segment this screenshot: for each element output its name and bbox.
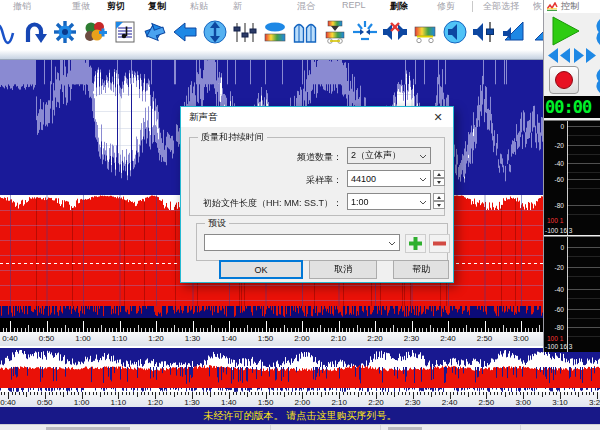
tick bbox=[534, 392, 535, 395]
time-label: 2:50 bbox=[472, 398, 500, 407]
time-label: 1:10 bbox=[106, 334, 134, 343]
channels-select[interactable]: 2（立体声） bbox=[347, 147, 431, 164]
length-spinner[interactable] bbox=[433, 193, 445, 210]
restore-button-label[interactable]: 恢 bbox=[533, 0, 543, 13]
help-button[interactable]: 帮助 bbox=[393, 260, 449, 279]
tick bbox=[343, 392, 344, 395]
tick bbox=[218, 392, 219, 395]
ok-button[interactable]: OK bbox=[219, 260, 303, 279]
doors-icon[interactable] bbox=[291, 18, 318, 46]
tick bbox=[67, 392, 68, 395]
speaker-fader-icon[interactable] bbox=[471, 18, 498, 46]
tick bbox=[549, 392, 550, 395]
tick bbox=[49, 392, 50, 395]
sine-wave-icon[interactable] bbox=[0, 18, 18, 46]
undo-curve-icon[interactable] bbox=[21, 18, 48, 46]
length-input[interactable]: 1:00 bbox=[347, 193, 431, 210]
main-time-ruler[interactable]: 0:400:501:001:101:201:301:401:502:002:10… bbox=[0, 332, 543, 346]
speaker-ramp-icon[interactable] bbox=[501, 18, 528, 46]
preset-select[interactable] bbox=[204, 234, 400, 251]
control-window-titlebar[interactable]: 控制 bbox=[544, 0, 600, 13]
sample-rate-input[interactable]: 44100 bbox=[347, 170, 431, 187]
tick bbox=[479, 392, 480, 395]
tick bbox=[567, 309, 600, 310]
time-label: 3:20 bbox=[583, 398, 600, 407]
pinwheel-icon[interactable] bbox=[81, 18, 108, 46]
tick bbox=[586, 392, 587, 395]
meter-peak-label: 100 1 bbox=[547, 335, 563, 342]
play-button[interactable] bbox=[550, 16, 582, 50]
tick bbox=[247, 325, 248, 332]
rainbow-cart-icon[interactable] bbox=[411, 18, 438, 46]
preset-remove-button[interactable] bbox=[429, 234, 450, 253]
tick bbox=[159, 392, 160, 395]
undo-button-label[interactable]: 撤销 bbox=[13, 0, 31, 13]
tick bbox=[589, 392, 590, 395]
record-extra-button[interactable] bbox=[594, 68, 600, 98]
repl-button-label[interactable]: REPL bbox=[342, 0, 366, 10]
mix-button-label[interactable]: 混合 bbox=[297, 0, 315, 13]
tick bbox=[468, 392, 469, 397]
paste-button-label[interactable]: 粘贴 bbox=[190, 0, 208, 13]
select-all-button-label[interactable]: 全部选择 bbox=[483, 0, 519, 13]
gear-icon[interactable] bbox=[51, 18, 78, 46]
document-window-strip bbox=[0, 50, 543, 60]
sample-rate-spinner[interactable] bbox=[433, 170, 445, 187]
rainbow-equalizer-icon[interactable] bbox=[261, 18, 288, 46]
tick bbox=[152, 392, 153, 395]
goldwave-window: 撤销 重做 剪切 复制 粘贴 新 混合 REPL 删除 修剪 全部选择 恢 bbox=[0, 0, 600, 430]
tick bbox=[163, 392, 164, 395]
time-label: 2:10 bbox=[325, 334, 353, 343]
speakers-mute-icon[interactable] bbox=[381, 18, 408, 46]
tick bbox=[273, 392, 274, 395]
tick bbox=[567, 247, 600, 248]
tick bbox=[539, 325, 540, 332]
cut-button-label[interactable]: 剪切 bbox=[107, 0, 125, 13]
control-window-icon bbox=[547, 2, 558, 11]
tick bbox=[350, 392, 351, 395]
redo-button-label[interactable]: 重做 bbox=[72, 0, 90, 13]
tick bbox=[567, 392, 568, 395]
tick bbox=[122, 392, 123, 395]
tick bbox=[115, 392, 116, 395]
loop-play-button[interactable] bbox=[594, 18, 600, 50]
trim-button-label[interactable]: 修剪 bbox=[437, 0, 455, 13]
tick bbox=[229, 321, 230, 332]
copy-button-label[interactable]: 复制 bbox=[148, 0, 166, 13]
swap-arrows-icon[interactable] bbox=[141, 18, 168, 46]
tick bbox=[1, 392, 2, 395]
fast-forward-button[interactable] bbox=[572, 47, 598, 68]
chevron-down-icon bbox=[419, 200, 427, 205]
tick bbox=[129, 392, 130, 395]
new-sound-dialog: 新声音 ✕ 质量和持续时间 频道数量： 2（立体声） 采样率： 44100 初始… bbox=[180, 106, 454, 283]
close-icon[interactable]: ✕ bbox=[430, 109, 446, 125]
main-ruler-ticks[interactable] bbox=[0, 318, 543, 332]
delete-button-label[interactable]: 删除 bbox=[390, 0, 408, 13]
overview-waveform[interactable] bbox=[0, 346, 600, 392]
tick bbox=[30, 392, 31, 395]
tick bbox=[302, 321, 303, 332]
tick bbox=[466, 325, 467, 332]
updown-circle-icon[interactable] bbox=[201, 18, 228, 46]
pinch-icon[interactable] bbox=[351, 18, 378, 46]
license-banner[interactable]: 未经许可的版本。 请点击这里购买序列号。 bbox=[0, 407, 600, 424]
speaker-partial-icon[interactable] bbox=[531, 18, 543, 46]
license-text[interactable]: 未经许可的版本。 请点击这里购买序列号。 bbox=[204, 409, 397, 423]
tick bbox=[310, 392, 311, 395]
tick bbox=[74, 392, 75, 395]
rewind-button[interactable] bbox=[546, 47, 572, 68]
overview-time-ruler[interactable]: 0:400:501:001:101:201:301:401:502:002:10… bbox=[0, 392, 600, 407]
tick bbox=[393, 325, 394, 332]
cancel-button[interactable]: 取消 bbox=[309, 260, 377, 279]
press-machine-icon[interactable] bbox=[321, 18, 348, 46]
tick bbox=[181, 392, 182, 395]
record-button[interactable] bbox=[549, 66, 579, 94]
sample-rate-label: 采样率： bbox=[192, 174, 342, 187]
dialog-titlebar[interactable]: 新声音 ✕ bbox=[181, 107, 453, 127]
new-button-label[interactable]: 新 bbox=[233, 0, 242, 13]
speaker-volume-icon[interactable] bbox=[441, 18, 468, 46]
sliders-icon[interactable] bbox=[231, 18, 258, 46]
left-arrow-icon[interactable] bbox=[171, 18, 198, 46]
sheet-music-icon[interactable] bbox=[111, 18, 138, 46]
preset-add-button[interactable] bbox=[405, 234, 426, 253]
